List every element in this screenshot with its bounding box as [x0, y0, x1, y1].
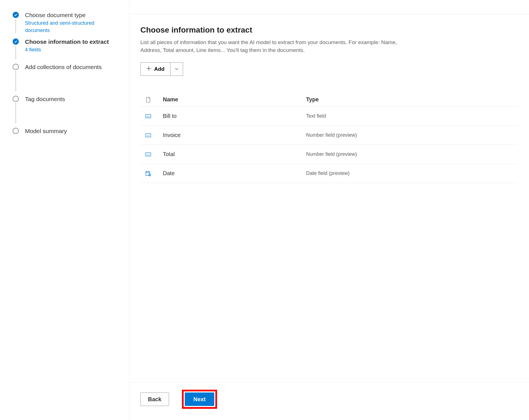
wizard-step[interactable]: Model summary	[13, 127, 120, 135]
svg-rect-8	[146, 172, 150, 175]
number-field-icon: 123	[140, 133, 163, 138]
plus-icon	[146, 66, 151, 72]
table-row[interactable]: AbcBill toText field	[140, 107, 518, 126]
chevron-down-icon	[174, 67, 179, 72]
step-connector	[15, 46, 16, 59]
step-title: Choose information to extract	[25, 38, 120, 46]
wizard-step[interactable]: Tag documents	[13, 95, 120, 123]
step-connector	[15, 19, 16, 33]
step-title: Tag documents	[25, 95, 120, 103]
empty-circle-icon	[13, 96, 19, 102]
field-name: Invoice	[163, 132, 306, 138]
field-name: Total	[163, 151, 306, 158]
field-type: Text field	[306, 113, 518, 119]
svg-text:123: 123	[147, 134, 150, 137]
field-name: Date	[163, 170, 306, 177]
next-button-highlight: Next	[182, 390, 217, 409]
wizard-step[interactable]: Choose document typeStructured and semi-…	[13, 11, 120, 34]
add-field-button[interactable]: Add	[140, 62, 170, 76]
field-name: Bill to	[163, 113, 306, 119]
wizard-steps-sidebar: Choose document typeStructured and semi-…	[0, 0, 129, 420]
document-icon	[140, 97, 163, 102]
page-description: List all pieces of information that you …	[140, 38, 399, 54]
empty-circle-icon	[13, 64, 19, 70]
svg-text:Abc: Abc	[147, 115, 150, 118]
wizard-step[interactable]: Add collections of documents	[13, 63, 120, 91]
add-field-dropdown-button[interactable]	[170, 62, 183, 76]
step-connector	[15, 71, 16, 91]
back-button[interactable]: Back	[140, 392, 169, 406]
table-row[interactable]: 123TotalNumber field (preview)	[140, 145, 518, 164]
step-subtitle: 4 fields	[25, 46, 112, 53]
date-field-icon	[140, 171, 163, 176]
empty-circle-icon	[13, 128, 19, 134]
field-type: Number field (preview)	[306, 151, 518, 157]
check-circle-icon	[13, 38, 19, 45]
number-field-icon: 123	[140, 152, 163, 157]
step-subtitle: Structured and semi-structured documents	[25, 20, 112, 34]
wizard-footer: Back Next	[129, 382, 529, 420]
column-header-type: Type	[306, 96, 518, 103]
wizard-step[interactable]: Choose information to extract4 fields	[13, 38, 120, 59]
add-field-split-button: Add	[140, 62, 183, 76]
column-header-name: Name	[163, 96, 306, 103]
step-title: Choose document type	[25, 11, 120, 19]
fields-table: Name Type AbcBill toText field123Invoice…	[140, 93, 518, 183]
table-row[interactable]: DateDate field (preview)	[140, 164, 518, 183]
step-connector	[15, 103, 16, 123]
next-button[interactable]: Next	[185, 392, 214, 406]
main-panel: Choose information to extract List all p…	[129, 14, 529, 420]
svg-text:123: 123	[147, 154, 150, 156]
step-title: Model summary	[25, 127, 120, 135]
add-field-label: Add	[154, 66, 165, 72]
svg-line-14	[150, 175, 150, 175]
text-field-icon: Abc	[140, 113, 163, 119]
page-title: Choose information to extract	[140, 26, 518, 35]
check-circle-icon	[13, 12, 19, 18]
field-type: Number field (preview)	[306, 132, 518, 138]
table-row[interactable]: 123InvoiceNumber field (preview)	[140, 126, 518, 145]
step-title: Add collections of documents	[25, 63, 120, 71]
field-type: Date field (preview)	[306, 170, 518, 176]
table-header-row: Name Type	[140, 93, 518, 107]
